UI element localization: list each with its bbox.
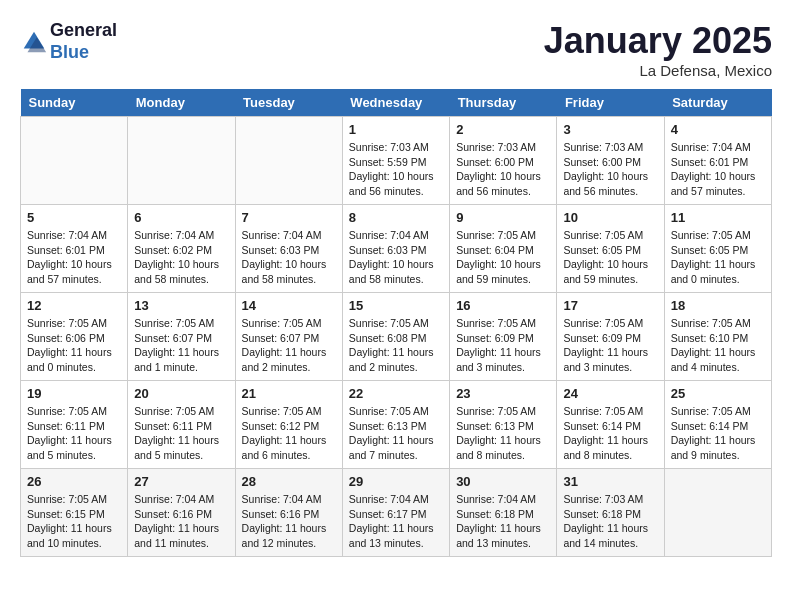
calendar-week-1: 1Sunrise: 7:03 AM Sunset: 5:59 PM Daylig… [21, 117, 772, 205]
day-info: Sunrise: 7:05 AM Sunset: 6:09 PM Dayligh… [563, 316, 657, 375]
day-info: Sunrise: 7:05 AM Sunset: 6:10 PM Dayligh… [671, 316, 765, 375]
day-info: Sunrise: 7:04 AM Sunset: 6:17 PM Dayligh… [349, 492, 443, 551]
day-number: 12 [27, 298, 121, 313]
title-block: January 2025 La Defensa, Mexico [544, 20, 772, 79]
header-wednesday: Wednesday [342, 89, 449, 117]
day-number: 19 [27, 386, 121, 401]
day-number: 5 [27, 210, 121, 225]
day-info: Sunrise: 7:03 AM Sunset: 6:00 PM Dayligh… [456, 140, 550, 199]
day-number: 14 [242, 298, 336, 313]
calendar-day: 1Sunrise: 7:03 AM Sunset: 5:59 PM Daylig… [342, 117, 449, 205]
day-number: 20 [134, 386, 228, 401]
day-info: Sunrise: 7:03 AM Sunset: 5:59 PM Dayligh… [349, 140, 443, 199]
day-info: Sunrise: 7:05 AM Sunset: 6:12 PM Dayligh… [242, 404, 336, 463]
location: La Defensa, Mexico [544, 62, 772, 79]
day-number: 16 [456, 298, 550, 313]
calendar-day: 4Sunrise: 7:04 AM Sunset: 6:01 PM Daylig… [664, 117, 771, 205]
day-number: 22 [349, 386, 443, 401]
day-number: 26 [27, 474, 121, 489]
day-info: Sunrise: 7:04 AM Sunset: 6:16 PM Dayligh… [242, 492, 336, 551]
day-info: Sunrise: 7:04 AM Sunset: 6:18 PM Dayligh… [456, 492, 550, 551]
day-info: Sunrise: 7:04 AM Sunset: 6:03 PM Dayligh… [242, 228, 336, 287]
calendar-day: 31Sunrise: 7:03 AM Sunset: 6:18 PM Dayli… [557, 469, 664, 557]
calendar-day: 14Sunrise: 7:05 AM Sunset: 6:07 PM Dayli… [235, 293, 342, 381]
calendar-day: 8Sunrise: 7:04 AM Sunset: 6:03 PM Daylig… [342, 205, 449, 293]
day-number: 25 [671, 386, 765, 401]
header-thursday: Thursday [450, 89, 557, 117]
day-number: 10 [563, 210, 657, 225]
day-info: Sunrise: 7:04 AM Sunset: 6:01 PM Dayligh… [671, 140, 765, 199]
calendar-day: 5Sunrise: 7:04 AM Sunset: 6:01 PM Daylig… [21, 205, 128, 293]
day-number: 3 [563, 122, 657, 137]
logo: General Blue [20, 20, 117, 63]
calendar-day: 7Sunrise: 7:04 AM Sunset: 6:03 PM Daylig… [235, 205, 342, 293]
calendar-day: 11Sunrise: 7:05 AM Sunset: 6:05 PM Dayli… [664, 205, 771, 293]
calendar-week-3: 12Sunrise: 7:05 AM Sunset: 6:06 PM Dayli… [21, 293, 772, 381]
day-number: 18 [671, 298, 765, 313]
header-tuesday: Tuesday [235, 89, 342, 117]
calendar-day: 23Sunrise: 7:05 AM Sunset: 6:13 PM Dayli… [450, 381, 557, 469]
header-saturday: Saturday [664, 89, 771, 117]
day-number: 15 [349, 298, 443, 313]
calendar-day: 21Sunrise: 7:05 AM Sunset: 6:12 PM Dayli… [235, 381, 342, 469]
day-info: Sunrise: 7:03 AM Sunset: 6:18 PM Dayligh… [563, 492, 657, 551]
day-info: Sunrise: 7:05 AM Sunset: 6:07 PM Dayligh… [242, 316, 336, 375]
calendar-day: 27Sunrise: 7:04 AM Sunset: 6:16 PM Dayli… [128, 469, 235, 557]
day-info: Sunrise: 7:03 AM Sunset: 6:00 PM Dayligh… [563, 140, 657, 199]
day-info: Sunrise: 7:05 AM Sunset: 6:08 PM Dayligh… [349, 316, 443, 375]
calendar-day [21, 117, 128, 205]
day-number: 29 [349, 474, 443, 489]
calendar-day: 2Sunrise: 7:03 AM Sunset: 6:00 PM Daylig… [450, 117, 557, 205]
day-number: 13 [134, 298, 228, 313]
day-info: Sunrise: 7:05 AM Sunset: 6:04 PM Dayligh… [456, 228, 550, 287]
calendar-day: 25Sunrise: 7:05 AM Sunset: 6:14 PM Dayli… [664, 381, 771, 469]
calendar-day: 26Sunrise: 7:05 AM Sunset: 6:15 PM Dayli… [21, 469, 128, 557]
calendar-day: 29Sunrise: 7:04 AM Sunset: 6:17 PM Dayli… [342, 469, 449, 557]
calendar-day: 13Sunrise: 7:05 AM Sunset: 6:07 PM Dayli… [128, 293, 235, 381]
day-info: Sunrise: 7:05 AM Sunset: 6:13 PM Dayligh… [456, 404, 550, 463]
day-info: Sunrise: 7:05 AM Sunset: 6:14 PM Dayligh… [671, 404, 765, 463]
day-info: Sunrise: 7:05 AM Sunset: 6:15 PM Dayligh… [27, 492, 121, 551]
day-info: Sunrise: 7:04 AM Sunset: 6:01 PM Dayligh… [27, 228, 121, 287]
day-number: 6 [134, 210, 228, 225]
calendar-week-4: 19Sunrise: 7:05 AM Sunset: 6:11 PM Dayli… [21, 381, 772, 469]
calendar-day: 18Sunrise: 7:05 AM Sunset: 6:10 PM Dayli… [664, 293, 771, 381]
calendar-week-2: 5Sunrise: 7:04 AM Sunset: 6:01 PM Daylig… [21, 205, 772, 293]
header-sunday: Sunday [21, 89, 128, 117]
day-number: 7 [242, 210, 336, 225]
calendar-day: 3Sunrise: 7:03 AM Sunset: 6:00 PM Daylig… [557, 117, 664, 205]
day-info: Sunrise: 7:05 AM Sunset: 6:06 PM Dayligh… [27, 316, 121, 375]
calendar-day: 28Sunrise: 7:04 AM Sunset: 6:16 PM Dayli… [235, 469, 342, 557]
day-number: 28 [242, 474, 336, 489]
day-number: 24 [563, 386, 657, 401]
day-info: Sunrise: 7:05 AM Sunset: 6:11 PM Dayligh… [134, 404, 228, 463]
logo-text: General Blue [50, 20, 117, 63]
day-number: 27 [134, 474, 228, 489]
day-number: 2 [456, 122, 550, 137]
day-number: 11 [671, 210, 765, 225]
day-info: Sunrise: 7:05 AM Sunset: 6:14 PM Dayligh… [563, 404, 657, 463]
calendar-day: 30Sunrise: 7:04 AM Sunset: 6:18 PM Dayli… [450, 469, 557, 557]
calendar-day: 20Sunrise: 7:05 AM Sunset: 6:11 PM Dayli… [128, 381, 235, 469]
weekday-header-row: Sunday Monday Tuesday Wednesday Thursday… [21, 89, 772, 117]
header-friday: Friday [557, 89, 664, 117]
day-info: Sunrise: 7:05 AM Sunset: 6:05 PM Dayligh… [563, 228, 657, 287]
day-number: 31 [563, 474, 657, 489]
day-info: Sunrise: 7:05 AM Sunset: 6:09 PM Dayligh… [456, 316, 550, 375]
day-number: 21 [242, 386, 336, 401]
day-info: Sunrise: 7:05 AM Sunset: 6:07 PM Dayligh… [134, 316, 228, 375]
calendar-day [664, 469, 771, 557]
header: General Blue January 2025 La Defensa, Me… [20, 20, 772, 79]
calendar-day: 19Sunrise: 7:05 AM Sunset: 6:11 PM Dayli… [21, 381, 128, 469]
day-info: Sunrise: 7:04 AM Sunset: 6:03 PM Dayligh… [349, 228, 443, 287]
day-number: 9 [456, 210, 550, 225]
calendar-day: 24Sunrise: 7:05 AM Sunset: 6:14 PM Dayli… [557, 381, 664, 469]
day-number: 23 [456, 386, 550, 401]
day-number: 4 [671, 122, 765, 137]
calendar-day [128, 117, 235, 205]
calendar-day: 22Sunrise: 7:05 AM Sunset: 6:13 PM Dayli… [342, 381, 449, 469]
month-title: January 2025 [544, 20, 772, 62]
day-info: Sunrise: 7:05 AM Sunset: 6:11 PM Dayligh… [27, 404, 121, 463]
day-info: Sunrise: 7:04 AM Sunset: 6:02 PM Dayligh… [134, 228, 228, 287]
calendar-day: 10Sunrise: 7:05 AM Sunset: 6:05 PM Dayli… [557, 205, 664, 293]
